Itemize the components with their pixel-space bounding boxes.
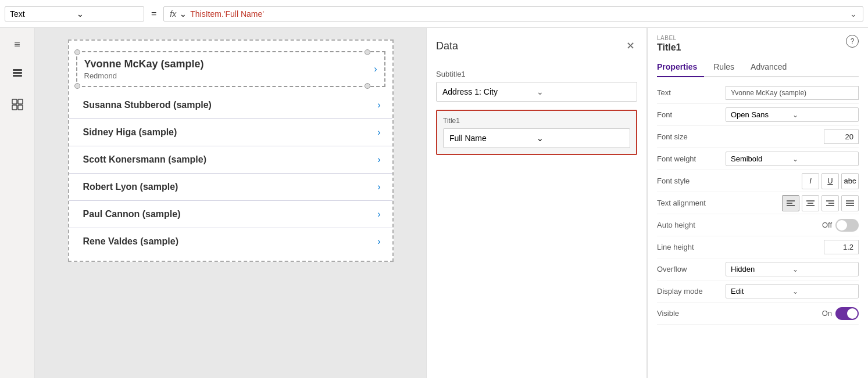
text-align-label: Text alignment <box>657 199 721 207</box>
left-sidebar: ≡ <box>0 28 35 378</box>
svg-rect-5 <box>12 105 17 110</box>
display-mode-label: Display mode <box>657 287 721 296</box>
display-mode-arrow: ⌄ <box>792 287 854 296</box>
data-panel-title: Data <box>436 40 458 52</box>
list-item-selected[interactable]: Yvonne McKay (sample) Redmond › <box>76 51 385 87</box>
visible-toggle-group: On <box>822 307 859 320</box>
prop-component-name: Title1 <box>657 42 681 53</box>
title-field-dropdown[interactable]: Full Name ⌄ <box>443 128 630 148</box>
auto-height-toggle-label: Off <box>822 221 832 229</box>
prop-row-text-align: Text alignment <box>657 192 859 214</box>
list-item-title: Robert Lyon (sample) <box>83 182 178 192</box>
align-center-button[interactable] <box>802 195 819 211</box>
fx-label: fx <box>170 9 176 19</box>
tab-advanced[interactable]: Advanced <box>751 59 794 77</box>
align-left-button[interactable] <box>782 195 799 211</box>
first-item-title: Yvonne McKay (sample) <box>84 58 377 70</box>
visible-label: Visible <box>657 309 721 318</box>
font-weight-select[interactable]: Semibold ⌄ <box>726 152 859 166</box>
list-item-chevron[interactable]: › <box>377 209 380 219</box>
italic-button[interactable]: I <box>802 173 819 189</box>
formula-text: ThisItem.'Full Name' <box>190 9 264 19</box>
display-mode-select[interactable]: Edit ⌄ <box>726 284 859 298</box>
align-btn-group <box>782 195 859 211</box>
list-item-chevron[interactable]: › <box>377 182 380 192</box>
toggle-knob <box>837 220 847 231</box>
list-item-title: Scott Konersmann (sample) <box>83 154 206 165</box>
handle-bl[interactable] <box>74 83 80 89</box>
font-select[interactable]: Open Sans ⌄ <box>726 107 859 122</box>
align-justify-button[interactable] <box>841 195 859 211</box>
tab-properties[interactable]: Properties <box>657 59 704 77</box>
list-widget: Yvonne McKay (sample) Redmond › Susanna … <box>68 39 394 262</box>
prop-row-font-weight: Font weight Semibold ⌄ <box>657 148 859 170</box>
font-weight-arrow: ⌄ <box>792 155 854 163</box>
list-item[interactable]: Scott Konersmann (sample) › <box>69 146 392 174</box>
canvas-area: Yvonne McKay (sample) Redmond › Susanna … <box>35 28 426 378</box>
overflow-value: Hidden ⌄ <box>726 262 859 276</box>
selector-arrow: ⌄ <box>77 9 139 19</box>
font-style-btn-group: I U abc <box>802 173 859 189</box>
list-item[interactable]: Rene Valdes (sample) › <box>69 228 392 255</box>
list-item[interactable]: Sidney Higa (sample) › <box>69 119 392 146</box>
tab-rules[interactable]: Rules <box>713 59 741 77</box>
menu-icon[interactable]: ≡ <box>8 35 27 53</box>
subtitle-dropdown-value: Address 1: City <box>442 87 537 96</box>
data-panel-close-button[interactable]: ✕ <box>624 37 637 55</box>
list-item[interactable]: Robert Lyon (sample) › <box>69 174 392 201</box>
strikethrough-button[interactable]: abc <box>841 173 859 189</box>
overflow-select-arrow: ⌄ <box>792 265 854 273</box>
handle-tr[interactable] <box>365 49 370 55</box>
text-prop-label: Text <box>657 88 721 97</box>
subtitle-dropdown[interactable]: Address 1: City ⌄ <box>436 82 637 102</box>
font-weight-select-value: Semibold <box>731 154 792 163</box>
handle-br[interactable] <box>365 83 370 89</box>
text-value-display: Yvonne McKay (sample) <box>726 86 859 100</box>
list-item-chevron[interactable]: › <box>377 236 380 247</box>
prop-row-visible: Visible On <box>657 303 859 325</box>
svg-rect-6 <box>18 105 23 110</box>
font-select-arrow: ⌄ <box>792 111 854 119</box>
align-right-button[interactable] <box>821 195 839 211</box>
title-section-label: Title1 <box>443 117 630 125</box>
prop-rows: Text Yvonne McKay (sample) Font Open San… <box>648 77 868 329</box>
line-height-input[interactable]: 1.2 <box>824 240 859 254</box>
formula-bar-end-dropdown[interactable]: ⌄ <box>850 9 857 19</box>
first-item-subtitle: Redmond <box>84 71 377 80</box>
main-layout: ≡ Yvonn <box>0 28 868 378</box>
visible-toggle-label: On <box>822 309 832 318</box>
list-item-chevron[interactable]: › <box>377 100 380 110</box>
font-size-input[interactable]: 20 <box>824 129 859 144</box>
data-panel-header: Data ✕ <box>436 37 637 55</box>
line-height-label: Line height <box>657 243 721 251</box>
element-selector[interactable]: Text ⌄ <box>5 6 144 21</box>
data-panel: Data ✕ Subtitle1 Address 1: City ⌄ Title… <box>426 28 647 378</box>
layers-icon[interactable] <box>8 65 27 84</box>
font-style-label: Font style <box>657 177 721 185</box>
auto-height-toggle[interactable] <box>835 219 859 232</box>
overflow-select[interactable]: Hidden ⌄ <box>726 262 859 276</box>
fx-dropdown-arrow[interactable]: ⌄ <box>180 9 187 19</box>
font-prop-value: Open Sans ⌄ <box>726 107 859 122</box>
list-item[interactable]: Paul Cannon (sample) › <box>69 201 392 228</box>
title-dropdown-arrow: ⌄ <box>537 134 624 143</box>
font-style-buttons: I U abc <box>726 173 859 189</box>
list-item-chevron[interactable]: › <box>377 127 380 138</box>
svg-rect-3 <box>12 99 17 104</box>
prop-row-overflow: Overflow Hidden ⌄ <box>657 258 859 280</box>
formula-bar[interactable]: fx ⌄ ThisItem.'Full Name' ⌄ <box>163 6 863 21</box>
handle-tl[interactable] <box>74 49 80 55</box>
toggle-knob <box>847 308 858 319</box>
help-icon[interactable]: ? <box>846 35 859 48</box>
equals-sign: = <box>149 9 159 19</box>
list-item-title: Paul Cannon (sample) <box>83 209 181 219</box>
list-item-chevron[interactable]: › <box>377 154 380 165</box>
auto-height-toggle-group: Off <box>822 219 859 232</box>
grid-icon[interactable] <box>8 95 27 114</box>
first-item-chevron[interactable]: › <box>374 64 377 74</box>
visible-toggle[interactable] <box>835 307 859 320</box>
font-select-value: Open Sans <box>731 110 792 119</box>
list-item[interactable]: Susanna Stubberod (sample) › <box>69 92 392 119</box>
prop-label-text: LABEL <box>657 35 681 41</box>
underline-button[interactable]: U <box>821 173 839 189</box>
